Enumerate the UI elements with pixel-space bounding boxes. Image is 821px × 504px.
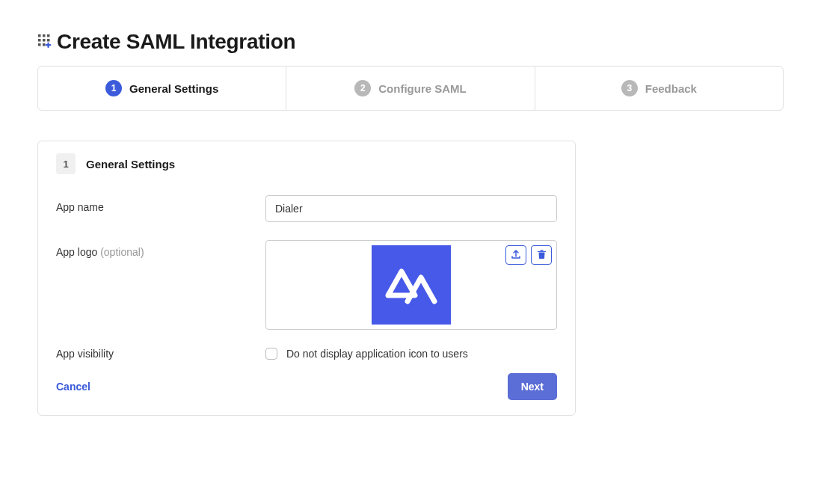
trash-icon xyxy=(537,249,547,262)
visibility-checkbox-label: Do not display application icon to users xyxy=(286,348,468,360)
panel-number: 1 xyxy=(56,153,76,174)
stepper-item-feedback[interactable]: 3 Feedback xyxy=(535,67,783,110)
visibility-checkbox[interactable] xyxy=(265,348,277,360)
svg-rect-4 xyxy=(43,39,46,42)
cancel-button[interactable]: Cancel xyxy=(56,381,90,393)
svg-rect-2 xyxy=(47,34,50,37)
step-number: 3 xyxy=(621,80,638,96)
panel-title: General Settings xyxy=(86,158,175,170)
svg-rect-3 xyxy=(38,39,41,42)
step-label: General Settings xyxy=(129,82,218,95)
general-settings-panel: 1 General Settings App name App logo (op… xyxy=(37,141,576,416)
app-logo-preview xyxy=(372,245,451,325)
step-label: Feedback xyxy=(645,82,697,95)
wizard-stepper: 1 General Settings 2 Configure SAML 3 Fe… xyxy=(37,66,784,111)
svg-rect-5 xyxy=(47,39,50,42)
svg-rect-7 xyxy=(43,43,46,46)
svg-rect-0 xyxy=(38,34,41,37)
stepper-item-general-settings[interactable]: 1 General Settings xyxy=(38,67,286,110)
next-button[interactable]: Next xyxy=(508,373,557,400)
step-number: 2 xyxy=(354,80,371,96)
page-title: Create SAML Integration xyxy=(57,30,295,54)
app-name-label: App name xyxy=(56,195,265,213)
step-number: 1 xyxy=(105,80,122,96)
stepper-item-configure-saml[interactable]: 2 Configure SAML xyxy=(286,67,535,110)
app-name-input[interactable] xyxy=(265,195,557,222)
svg-rect-6 xyxy=(38,43,41,46)
delete-logo-button[interactable] xyxy=(531,245,552,265)
svg-rect-1 xyxy=(43,34,46,37)
upload-logo-button[interactable] xyxy=(505,245,526,265)
app-logo-label: App logo (optional) xyxy=(56,240,265,258)
logo-preview-box xyxy=(265,240,557,330)
step-label: Configure SAML xyxy=(378,82,467,95)
app-grid-plus-icon xyxy=(37,34,54,50)
upload-icon xyxy=(511,249,521,262)
app-visibility-label: App visibility xyxy=(56,348,265,360)
